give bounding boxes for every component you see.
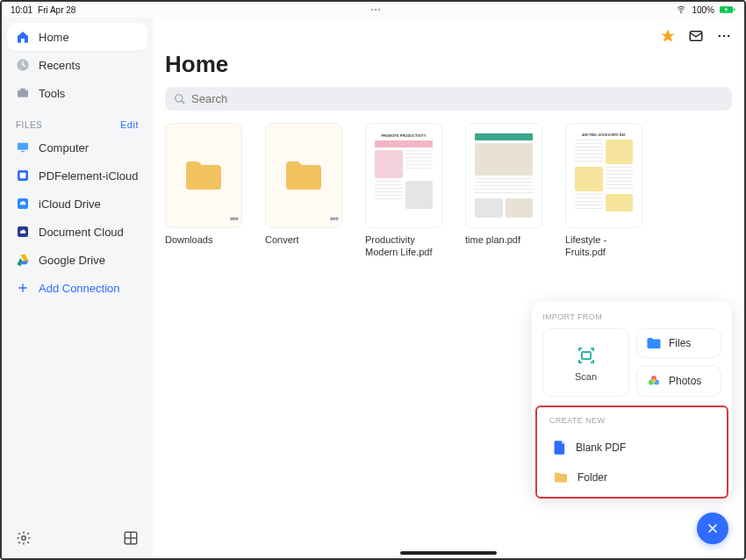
status-battery: 100% [692,5,714,15]
create-import-popup: IMPORT FROM Scan Files [532,302,732,497]
page-title: Home [165,51,732,78]
item-label: Downloads [165,233,242,246]
import-from-label: IMPORT FROM [542,312,721,321]
sidebar-item-home[interactable]: Home [7,23,147,51]
scan-icon [576,345,597,366]
files-label: FILES [16,120,42,130]
pdf-thumbnail: PROMOTE PRODUCTIVITY [370,129,437,222]
grid-item-folder[interactable]: ••• Convert [265,123,342,259]
svg-rect-2 [734,9,735,11]
sidebar-item-document-cloud[interactable]: Document Cloud [7,218,147,246]
sidebar-item-label: Home [39,31,69,44]
photos-icon [646,373,662,389]
svg-point-15 [719,35,721,37]
plus-icon [16,281,30,295]
grid-item-file[interactable]: AND FEEL GOOD EVERY DAY Lifestyle - Frui… [565,123,642,259]
new-folder-label: Folder [577,471,607,484]
settings-icon[interactable] [16,530,32,546]
sidebar-item-label: Document Cloud [39,226,124,239]
more-icon[interactable] [716,28,732,44]
item-label: Convert [265,233,342,246]
scan-label: Scan [575,371,597,382]
item-label: Productivity Modern Life.pdf [365,233,442,259]
more-dots-icon[interactable]: ••• [329,213,338,226]
sidebar-item-label: Tools [39,87,65,100]
grid-item-file[interactable]: PROMOTE PRODUCTIVITY Productivity Modern… [365,123,442,259]
google-drive-icon [16,253,30,267]
svg-point-12 [22,536,26,541]
files-section-header: FILES Edit [7,116,147,133]
svg-point-0 [681,12,682,13]
pdf-thumbnail: AND FEEL GOOD EVERY DAY [570,129,637,222]
sidebar-item-label: PDFelement-iCloud [39,169,138,183]
photos-label: Photos [669,375,701,387]
clock-icon [16,58,30,72]
svg-point-16 [723,35,725,37]
files-option[interactable]: Files [636,328,721,358]
sidebar-item-icloud-drive[interactable]: iCloud Drive [7,190,147,218]
sidebar-item-label: Recents [39,59,81,72]
status-time: 10:01 [11,5,32,15]
search-bar[interactable] [165,87,732,111]
create-new-section: CREATE NEW Blank PDF Folder [535,406,728,499]
mail-icon[interactable] [688,28,704,44]
computer-icon [16,140,30,154]
sidebar-item-label: Google Drive [39,254,105,267]
layout-icon[interactable] [123,530,139,546]
close-fab-button[interactable] [697,513,728,544]
sidebar: Home Recents Tools FILES Edit Computer [2,18,153,558]
status-bar: 10:01 Fri Apr 28 100% [2,2,744,18]
sidebar-item-label: iCloud Drive [39,197,101,211]
sidebar-item-computer[interactable]: Computer [7,133,147,162]
home-icon [16,30,30,44]
svg-point-17 [728,35,729,37]
icloud-icon [16,197,30,211]
sidebar-item-tools[interactable]: Tools [7,79,147,107]
item-label: Lifestyle - Fruits.pdf [565,233,642,259]
battery-icon [720,5,735,14]
pdfelement-icon [16,169,30,183]
blank-pdf-option[interactable]: Blank PDF [544,432,720,463]
status-center-dots [371,9,380,11]
sidebar-item-pdfelement-icloud[interactable]: PDFelement-iCloud [7,162,147,190]
main-content: Home ••• Downloads [153,18,744,558]
folder-icon [283,158,325,193]
premium-icon[interactable] [660,28,676,44]
folder-icon [183,158,225,193]
files-label: Files [669,337,691,349]
close-icon [706,521,720,535]
search-input[interactable] [191,92,723,105]
add-connection-button[interactable]: Add Connection [7,274,147,302]
grid-item-folder[interactable]: ••• Downloads [165,123,242,259]
svg-rect-6 [18,143,28,150]
new-folder-option[interactable]: Folder [544,463,720,492]
svg-rect-4 [18,90,28,97]
edit-button[interactable]: Edit [120,119,139,130]
blank-pdf-label: Blank PDF [576,442,626,454]
more-dots-icon[interactable]: ••• [229,213,238,226]
svg-rect-7 [21,151,25,152]
sidebar-item-label: Computer [39,141,89,154]
status-date: Fri Apr 28 [38,5,75,15]
svg-rect-5 [20,89,25,91]
blank-pdf-icon [553,440,567,456]
document-cloud-icon [16,225,30,239]
scan-option[interactable]: Scan [542,328,629,397]
home-indicator [400,551,497,555]
search-icon [174,93,186,105]
new-folder-icon [553,471,569,484]
create-new-label: CREATE NEW [549,416,720,425]
sidebar-item-recents[interactable]: Recents [7,51,147,79]
photos-option[interactable]: Photos [636,365,721,397]
svg-point-23 [652,379,656,384]
svg-point-18 [176,94,183,101]
files-folder-icon [646,336,662,350]
sidebar-item-google-drive[interactable]: Google Drive [7,246,147,274]
wifi-icon [676,5,686,14]
add-connection-label: Add Connection [39,282,120,295]
pdf-thumbnail [470,129,537,222]
tools-icon [16,86,30,100]
svg-rect-19 [582,352,591,359]
grid-item-file[interactable]: time plan.pdf [465,123,542,259]
item-label: time plan.pdf [465,233,542,246]
